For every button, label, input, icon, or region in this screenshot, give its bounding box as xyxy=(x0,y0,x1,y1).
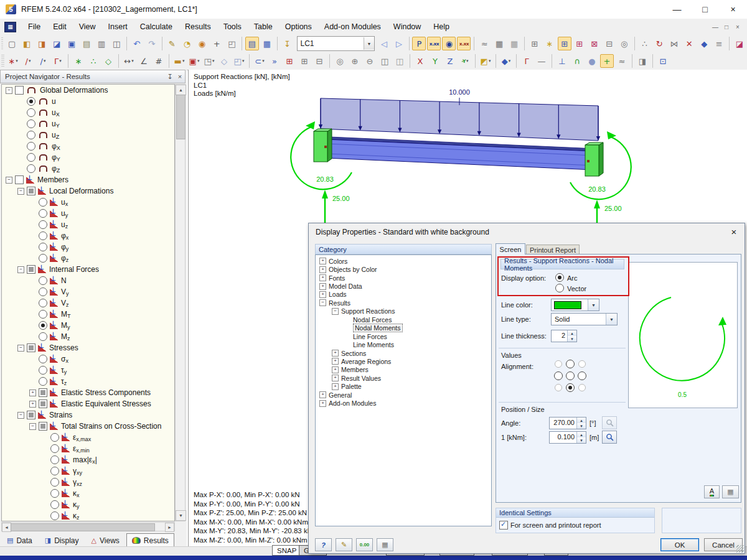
move-copy-button[interactable]: ◳▾ xyxy=(202,54,216,68)
generate-nodes-button[interactable]: ∗ xyxy=(72,54,85,68)
expander-icon[interactable]: − xyxy=(29,423,36,430)
expander-icon[interactable]: + xyxy=(319,391,326,398)
visual-select-button[interactable]: ◎ xyxy=(333,54,347,68)
result-table-2-button[interactable]: ▦ xyxy=(507,37,521,50)
expander-icon[interactable]: + xyxy=(332,366,339,373)
tab-printout-report[interactable]: Printout Report xyxy=(526,245,580,254)
radio-icon[interactable] xyxy=(39,299,47,307)
category-item[interactable]: +Result Values xyxy=(316,374,491,382)
category-item[interactable]: Line Moments xyxy=(316,340,491,348)
help-button[interactable]: ? xyxy=(315,538,332,551)
wrench-button[interactable]: ≈ xyxy=(477,37,491,50)
vector-radio-icon[interactable] xyxy=(555,284,564,292)
radio-icon[interactable] xyxy=(50,467,59,475)
result-diagrams-button[interactable]: ∩ xyxy=(570,54,584,68)
navigator-close-icon[interactable]: × xyxy=(175,73,185,80)
isometric-view-button[interactable]: ◫ xyxy=(378,54,392,68)
calc-view-4-button[interactable]: ⊟ xyxy=(603,37,616,50)
saved-views-button[interactable]: ◫ xyxy=(393,54,406,68)
dock-panel-button[interactable]: ⊡ xyxy=(656,54,670,68)
work-plane-button[interactable]: ◩▾ xyxy=(479,54,492,68)
radio-icon[interactable] xyxy=(50,478,59,487)
cross-sections-button[interactable]: ⊞ xyxy=(283,54,296,68)
radio-icon[interactable] xyxy=(39,209,47,218)
radio-icon[interactable] xyxy=(39,287,47,296)
document-icon[interactable]: ▦ xyxy=(4,22,16,32)
dropdown-arrow-icon[interactable]: ▾ xyxy=(182,58,185,63)
menu-options[interactable]: Options xyxy=(279,19,318,35)
tree-item[interactable]: −Internal Forces xyxy=(2,264,174,275)
left-node[interactable] xyxy=(324,146,327,148)
radio-icon[interactable] xyxy=(39,332,47,341)
tree-item[interactable]: γxz xyxy=(2,477,174,488)
radio-arc[interactable]: Arc xyxy=(555,273,578,282)
chevron-down-icon[interactable]: ▼ xyxy=(364,37,374,50)
radio-icon[interactable] xyxy=(50,489,59,498)
radio-icon[interactable] xyxy=(27,131,35,139)
tree-item[interactable]: N xyxy=(2,275,174,286)
zoom-center-button[interactable]: ◉ xyxy=(195,37,209,50)
tree-item[interactable]: κz xyxy=(2,510,174,521)
undo-button[interactable]: ↶ xyxy=(130,37,144,50)
extrude-button[interactable]: ◇ xyxy=(217,54,231,68)
navigator-tab-results[interactable]: Results xyxy=(126,533,174,548)
right-support-side[interactable] xyxy=(599,142,603,176)
expander-icon[interactable]: + xyxy=(332,383,339,390)
resize-grip[interactable] xyxy=(736,545,744,553)
previous-load-case-button[interactable]: ◁ xyxy=(377,37,391,50)
menu-help[interactable]: Help xyxy=(427,19,456,35)
fe-mesh-button[interactable]: ⊞ xyxy=(298,54,311,68)
open-file-button[interactable]: ◧ xyxy=(20,37,34,50)
checkbox-icon[interactable] xyxy=(27,265,35,274)
tree-item[interactable]: +Elastic Stress Components xyxy=(2,387,174,398)
view-z-button[interactable]: Z xyxy=(443,54,457,68)
new-line-button[interactable]: /▾ xyxy=(21,54,35,68)
find-button[interactable]: ◎ xyxy=(618,37,631,50)
alignment-radio-icon[interactable] xyxy=(566,360,575,368)
close-button[interactable]: × xyxy=(719,0,747,19)
chevron-down-icon[interactable]: ▼ xyxy=(588,299,599,310)
checkbox-icon[interactable] xyxy=(39,422,47,431)
pin-icon[interactable]: ↧ xyxy=(165,73,175,81)
calc-view-3-button[interactable]: ⊠ xyxy=(588,37,601,50)
dialog-close-icon[interactable]: × xyxy=(723,224,745,240)
expander-icon[interactable]: + xyxy=(332,375,339,381)
fonts-button[interactable]: A xyxy=(704,485,720,498)
tree-item[interactable]: max|εx| xyxy=(2,454,174,465)
expander-icon[interactable]: + xyxy=(319,283,326,290)
tree-item[interactable]: φx xyxy=(2,230,174,241)
navigator-tab-data[interactable]: ▤Data xyxy=(1,533,38,548)
new-file-button[interactable]: ▢ xyxy=(5,37,19,50)
tree-item[interactable]: τz xyxy=(2,376,174,387)
dropdown-arrow-icon[interactable]: ▾ xyxy=(262,58,265,63)
moment-scale-spinner[interactable]: 0.100 ▲▼ xyxy=(549,431,586,444)
navigator-tab-views[interactable]: △Views xyxy=(86,533,125,548)
radio-icon[interactable] xyxy=(39,355,47,363)
spin-up-icon[interactable]: ▲ xyxy=(568,330,576,336)
radio-icon[interactable] xyxy=(39,243,47,251)
tree-item[interactable]: ux xyxy=(2,197,174,208)
navigator-vertical-scrollbar[interactable]: ▲ ▼ xyxy=(175,84,186,521)
radio-icon[interactable] xyxy=(39,254,47,263)
menu-add-on-modules[interactable]: Add-on Modules xyxy=(318,19,387,35)
navigator-tab-display[interactable]: ◨Display xyxy=(39,533,85,548)
status-toggle-snap[interactable]: SNAP xyxy=(272,545,301,556)
left-support-side[interactable] xyxy=(327,129,332,162)
render-model-button[interactable]: ◆▾ xyxy=(499,54,513,68)
info-button[interactable]: ◆ xyxy=(697,37,711,50)
generate-mesh-button[interactable]: ⊞ xyxy=(528,37,542,50)
category-item[interactable]: +Objects by Color xyxy=(316,265,491,273)
member-eccentricity-button[interactable]: — xyxy=(535,54,548,68)
spin-up-icon[interactable]: ▲ xyxy=(577,418,586,423)
checkbox-icon[interactable] xyxy=(39,388,47,397)
alignment-radio-icon[interactable] xyxy=(566,371,575,380)
mirror-button[interactable]: ⋈ xyxy=(667,37,681,50)
menu-calculate[interactable]: Calculate xyxy=(134,19,179,35)
menu-edit[interactable]: Edit xyxy=(47,19,73,35)
expander-icon[interactable]: + xyxy=(319,400,326,407)
print-button[interactable]: ▥ xyxy=(95,37,108,50)
dropdown-arrow-icon[interactable]: ▾ xyxy=(59,58,62,63)
radio-icon[interactable] xyxy=(27,108,35,117)
arc-radio-icon[interactable] xyxy=(555,273,564,282)
new-surface-button[interactable]: ▬▾ xyxy=(172,54,186,68)
